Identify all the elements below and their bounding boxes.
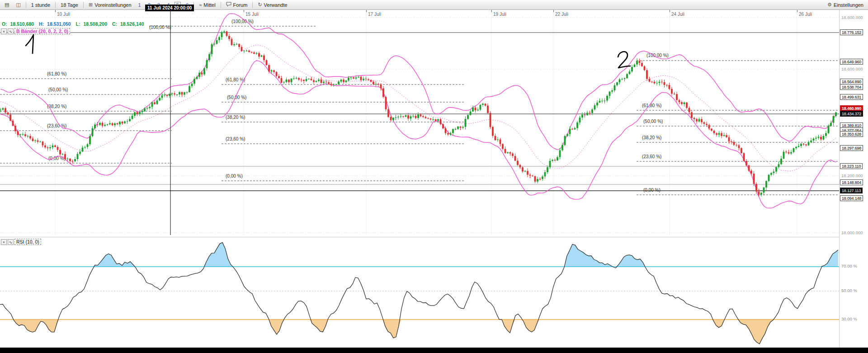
price-level-badge[interactable]: 18.434.372 <box>840 111 863 117</box>
svg-text:(50,00 %): (50,00 %) <box>227 95 246 100</box>
close-icon[interactable]: × <box>1 28 7 34</box>
ohlc-readout: O: 18.510,680 H: 18.531,050 L: 18.508,20… <box>2 21 147 27</box>
price-axis[interactable]: 18.800.00018.600.00018.200.00018.000.000… <box>839 0 868 348</box>
mittel-button[interactable]: ≈ Mittel <box>197 2 217 8</box>
svg-text:(38,20 %): (38,20 %) <box>642 135 661 140</box>
settings-button[interactable]: ⚙ Einstellungen <box>826 1 865 8</box>
price-grid-label: 18.200.000 <box>841 173 863 178</box>
svg-text:(0,00 %): (0,00 %) <box>643 188 660 193</box>
trading-chart-app: ▤ ◫ 1 stunde 18 Tage ⊞ Voreinstellungen … <box>0 0 868 353</box>
price-level-badge[interactable]: 18.148.804 <box>840 179 863 185</box>
svg-text:(61,80 %): (61,80 %) <box>642 103 661 108</box>
svg-text:(50,00 %): (50,00 %) <box>643 119 663 124</box>
svg-text:(61,80 %): (61,80 %) <box>47 71 66 76</box>
low-label: L: 18.508,200 <box>76 21 109 27</box>
bollinger-indicator-label[interactable]: B Bänder (20, 0, 2, 2, 0) <box>14 28 70 34</box>
preset-1-button[interactable]: 1 <box>137 2 143 8</box>
price-chart-canvas[interactable]: (100,00 %)(61,80 %)(50,00 %)(38,20 %)(23… <box>0 0 839 237</box>
svg-text:(61,80 %): (61,80 %) <box>226 77 245 82</box>
related-refresh-icon: ↻ <box>258 2 262 8</box>
price-level-badge[interactable]: 18.538.704 <box>840 84 863 90</box>
forum-button[interactable]: Forum <box>224 1 250 8</box>
price-level-badge[interactable]: 18.776.152 <box>840 29 863 35</box>
bottom-bar <box>0 348 868 353</box>
price-grid-label: 18.600.000 <box>841 66 863 71</box>
toolbar: ▤ ◫ 1 stunde 18 Tage ⊞ Voreinstellungen … <box>0 0 868 10</box>
svg-text:(23,60 %): (23,60 %) <box>47 123 66 128</box>
price-level-badge[interactable]: 18.353.628 <box>840 131 863 137</box>
presets-icon: ⊞ <box>89 2 93 8</box>
presets-button[interactable]: ⊞ Voreinstellungen <box>87 1 133 8</box>
rsi-indicator-chip[interactable]: × ∿ RSI (10, 0) <box>1 239 41 245</box>
bollinger-indicator-chip[interactable]: × ∿ B Bänder (20, 0, 2, 2, 0) <box>1 28 70 34</box>
svg-text:(38,20 %): (38,20 %) <box>226 115 245 120</box>
price-level-badge[interactable]: 18.297.698 <box>840 145 863 151</box>
price-level-badge[interactable]: 18.499.631 <box>840 94 863 100</box>
range-select[interactable]: 18 Tage <box>59 2 80 8</box>
price-level-badge[interactable]: 18.094.148 <box>840 195 863 201</box>
price-level-badge[interactable]: 18.649.960 <box>840 59 863 65</box>
verwandte-button[interactable]: ↻ Verwandte <box>256 1 289 8</box>
high-label: H: 18.531,050 <box>39 21 73 27</box>
svg-text:(50,00 %): (50,00 %) <box>48 87 68 92</box>
toolbar-separator <box>221 2 221 8</box>
crosshair-tooltip: 11 Juli 2024 20:00:00 <box>145 5 194 11</box>
svg-text:(100,00 %): (100,00 %) <box>646 53 669 58</box>
svg-text:(100,00 %): (100,00 %) <box>231 19 254 24</box>
toolbar-separator <box>83 2 84 8</box>
close-label: C: 18.526,140 <box>112 21 146 27</box>
close-icon[interactable]: × <box>1 239 7 245</box>
layout-icon[interactable]: ◫ <box>14 1 22 8</box>
svg-text:(100,00 %): (100,00 %) <box>149 25 171 30</box>
indicator-wave-icon[interactable]: ∿ <box>8 28 14 34</box>
toolbar-separator <box>55 2 56 8</box>
presets-label: Voreinstellungen <box>94 2 131 8</box>
rsi-indicator-label[interactable]: RSI (10, 0) <box>14 239 41 245</box>
rsi-chart-canvas[interactable] <box>0 237 839 348</box>
chart-type-icon[interactable]: ▤ <box>3 1 11 8</box>
price-grid-label: 18.000.000 <box>841 230 863 235</box>
svg-text:(23,60 %): (23,60 %) <box>226 136 245 141</box>
indicator-wave-icon[interactable]: ∿ <box>8 239 14 245</box>
interval-select[interactable]: 1 stunde <box>29 2 52 8</box>
rsi-level-label: 30.00 % <box>841 316 857 321</box>
price-level-badge[interactable]: 18.127.113 <box>840 188 863 193</box>
svg-text:(0,00 %): (0,00 %) <box>226 174 243 179</box>
toolbar-separator <box>26 2 26 8</box>
rsi-level-label: 70.00 % <box>841 264 857 268</box>
price-grid-label: 18.800.000 <box>841 15 863 20</box>
svg-text:(23,60 %): (23,60 %) <box>642 154 661 159</box>
indicator-wave-icon: ≈ <box>199 2 202 8</box>
speech-bubble-icon <box>226 2 231 8</box>
open-label: O: 18.510,680 <box>2 21 36 27</box>
rsi-level-label: 50.00 % <box>841 288 857 293</box>
price-level-badge[interactable]: 18.223.110 <box>840 163 863 169</box>
toolbar-separator <box>252 2 253 8</box>
gear-icon: ⚙ <box>827 2 832 8</box>
